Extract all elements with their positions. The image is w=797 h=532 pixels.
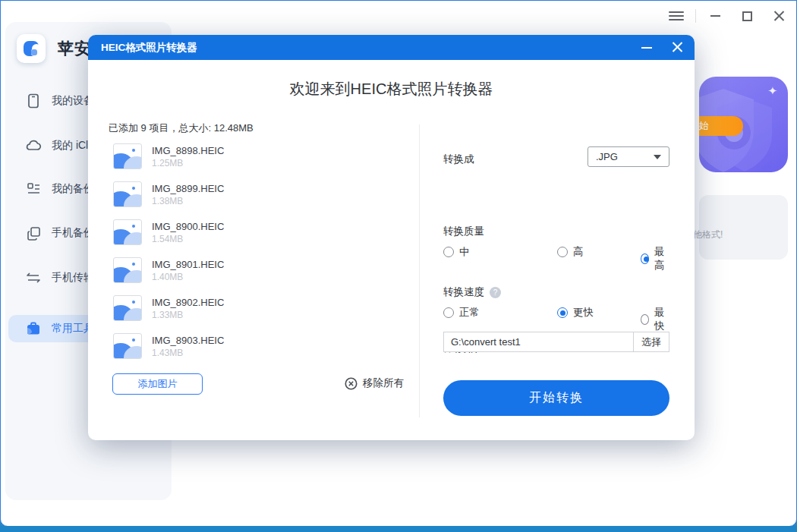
file-name: IMG_8903.HEIC — [152, 335, 224, 346]
file-size: 1.38MB — [152, 196, 224, 206]
speed-radio-faster[interactable]: 更快 — [557, 306, 594, 320]
controls-divider — [695, 9, 696, 23]
dialog-title: HEIC格式照片转换器 — [101, 41, 197, 55]
file-name: IMG_8899.HEIC — [152, 183, 224, 194]
speed-radio-normal[interactable]: 正常 — [443, 306, 480, 320]
remove-all-icon — [345, 377, 358, 390]
image-thumbnail-icon — [113, 181, 142, 207]
quality-radio-highest[interactable]: 最高 — [641, 245, 669, 272]
save-path-box: 选择 — [443, 332, 669, 352]
minimize-icon — [641, 47, 652, 49]
add-images-button[interactable]: 添加图片 — [112, 373, 203, 395]
promo-start-button[interactable]: 始 — [699, 116, 743, 136]
close-button[interactable] — [766, 7, 792, 25]
minimize-button[interactable] — [702, 7, 728, 25]
speed-label-text: 转换速度 — [443, 285, 484, 299]
remove-all-label: 移除所有 — [363, 376, 404, 390]
quality-radio-high[interactable]: 高 — [557, 245, 584, 259]
radio-label: 中 — [459, 245, 470, 259]
brand: 苹安 — [17, 34, 91, 63]
welcome-heading: 欢迎来到HEIC格式照片转换器 — [88, 79, 695, 99]
file-size: 1.54MB — [152, 234, 224, 244]
list-item: IMG_8903.HEIC1.43MB — [113, 331, 341, 361]
toolbox-icon — [25, 320, 42, 337]
list-item: IMG_8898.HEIC1.25MB — [113, 141, 341, 172]
radio-icon — [641, 253, 649, 264]
file-name: IMG_8901.HEIC — [152, 259, 224, 270]
file-size: 1.40MB — [152, 272, 224, 282]
list-item: IMG_8902.HEIC1.33MB — [113, 293, 341, 323]
speed-radio-group: 正常 更快 最快 — [443, 306, 669, 318]
list-item: IMG_8899.HEIC1.38MB — [113, 179, 341, 209]
quality-label: 转换质量 — [443, 225, 484, 238]
start-convert-button[interactable]: 开始转换 — [443, 380, 669, 416]
heic-converter-dialog: HEIC格式照片转换器 欢迎来到HEIC格式照片转换器 已添加 9 项目，总大小… — [88, 35, 695, 440]
transfer-arrows-icon — [25, 269, 42, 286]
save-path-input[interactable] — [444, 332, 633, 351]
format-dropdown[interactable]: .JPG — [588, 146, 669, 167]
copy-icon — [25, 225, 42, 241]
chevron-down-icon — [654, 155, 661, 159]
radio-icon — [641, 314, 649, 325]
quality-radio-medium[interactable]: 中 — [443, 245, 470, 259]
app-title: 苹安 — [58, 38, 91, 59]
file-size: 1.33MB — [152, 310, 224, 320]
dialog-minimize-button[interactable] — [635, 35, 658, 60]
list-item: IMG_8901.HEIC1.40MB — [113, 255, 341, 285]
speed-label: 转换速度 ? — [443, 285, 501, 299]
browse-button[interactable]: 选择 — [633, 332, 669, 351]
radio-icon — [557, 307, 568, 318]
phone-icon — [25, 93, 42, 109]
radio-label: 更快 — [573, 306, 594, 320]
file-name: IMG_8902.HEIC — [152, 297, 224, 308]
remove-all-button[interactable]: 移除所有 — [345, 376, 404, 390]
info-card-text: 他格式! — [693, 228, 723, 241]
radio-icon — [443, 247, 454, 257]
radio-label: 最快 — [654, 306, 669, 333]
speed-radio-fastest[interactable]: 最快 — [641, 306, 669, 333]
close-icon — [672, 42, 683, 53]
format-value: .JPG — [596, 151, 654, 162]
app-window: 苹安 我的设备 我的 iCloud 我的备份 — [0, 0, 797, 527]
format-label: 转换成 — [443, 153, 474, 166]
file-name: IMG_8898.HEIC — [152, 145, 224, 156]
hamburger-icon — [669, 11, 684, 20]
taskbar[interactable] — [0, 526, 797, 532]
radio-label: 最高 — [654, 245, 669, 272]
radio-icon — [557, 247, 568, 257]
desktop: 苹安 我的设备 我的 iCloud 我的备份 — [0, 0, 797, 532]
image-thumbnail-icon — [113, 295, 142, 321]
app-menu-button[interactable] — [663, 7, 689, 25]
window-controls — [663, 7, 792, 25]
image-thumbnail-icon — [113, 219, 142, 245]
cloud-icon — [25, 137, 42, 154]
radio-label: 正常 — [459, 306, 480, 320]
image-thumbnail-icon — [113, 257, 142, 283]
list-summary: 已添加 9 项目，总大小: 12.48MB — [109, 121, 254, 135]
promo-card: ✦ 始 — [699, 77, 788, 172]
file-size: 1.25MB — [152, 158, 224, 168]
image-thumbnail-icon — [113, 333, 142, 359]
dialog-close-button[interactable] — [666, 35, 688, 60]
minimize-icon — [710, 15, 720, 17]
quality-radio-group: 中 高 最高 — [443, 245, 669, 257]
help-icon[interactable]: ? — [490, 287, 501, 298]
dialog-titlebar: HEIC格式照片转换器 — [88, 35, 695, 60]
file-name: IMG_8900.HEIC — [152, 221, 224, 232]
maximize-icon — [742, 11, 752, 21]
info-card: 他格式! — [699, 195, 788, 260]
file-size: 1.43MB — [152, 348, 224, 358]
image-thumbnail-icon — [113, 143, 142, 169]
maximize-button[interactable] — [734, 7, 760, 25]
radio-label: 高 — [573, 245, 584, 259]
panel-divider — [419, 124, 420, 417]
app-logo-icon — [17, 34, 46, 63]
backup-list-icon — [25, 181, 42, 197]
list-item: IMG_8900.HEIC1.54MB — [113, 217, 341, 247]
radio-icon — [443, 307, 454, 318]
close-icon — [773, 11, 785, 22]
